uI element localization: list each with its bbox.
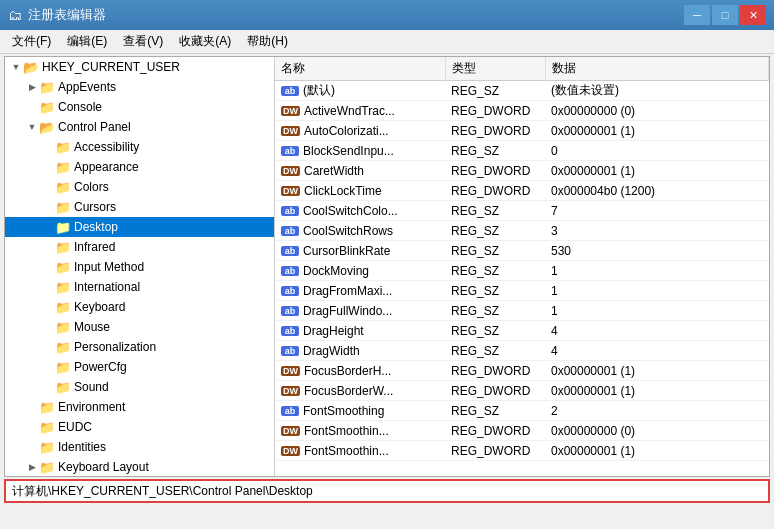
- cell-name-16: abFontSmoothing: [275, 401, 445, 421]
- expand-icon-cursors: [41, 200, 55, 214]
- col-data[interactable]: 数据: [545, 57, 769, 81]
- menu-favorites[interactable]: 收藏夹(A): [171, 31, 239, 52]
- table-panel[interactable]: 名称类型数据ab(默认)REG_SZ(数值未设置)DWActiveWndTrac…: [275, 57, 769, 476]
- cell-name-1: DWActiveWndTrac...: [275, 101, 445, 121]
- col-name[interactable]: 名称: [275, 57, 445, 81]
- table-row[interactable]: DWFocusBorderH...REG_DWORD0x00000001 (1): [275, 361, 769, 381]
- tree-item-eudc[interactable]: 📁EUDC: [5, 417, 274, 437]
- expand-icon-eudc: [25, 420, 39, 434]
- expand-icon-accessibility: [41, 140, 55, 154]
- table-row[interactable]: DWCaretWidthREG_DWORD0x00000001 (1): [275, 161, 769, 181]
- table-row[interactable]: abDragHeightREG_SZ4: [275, 321, 769, 341]
- tree-item-desktop[interactable]: 📁Desktop: [5, 217, 274, 237]
- cell-type-18: REG_DWORD: [445, 441, 545, 461]
- cell-name-4: DWCaretWidth: [275, 161, 445, 181]
- table-row[interactable]: DWActiveWndTrac...REG_DWORD0x00000000 (0…: [275, 101, 769, 121]
- tree-item-international[interactable]: 📁International: [5, 277, 274, 297]
- table-row[interactable]: DWFontSmoothin...REG_DWORD0x00000001 (1): [275, 441, 769, 461]
- menu-file[interactable]: 文件(F): [4, 31, 59, 52]
- expand-icon-controlpanel[interactable]: ▼: [25, 120, 39, 134]
- cell-type-0: REG_SZ: [445, 81, 545, 101]
- menu-help[interactable]: 帮助(H): [239, 31, 296, 52]
- table-row[interactable]: abBlockSendInpu...REG_SZ0: [275, 141, 769, 161]
- tree-label-mouse: Mouse: [74, 320, 110, 334]
- tree-item-personalization[interactable]: 📁Personalization: [5, 337, 274, 357]
- table-row[interactable]: abCursorBlinkRateREG_SZ530: [275, 241, 769, 261]
- reg-icon-2: DW: [281, 126, 300, 136]
- tree-item-keyboard[interactable]: 📁Keyboard: [5, 297, 274, 317]
- minimize-button[interactable]: ─: [684, 5, 710, 25]
- cell-name-14: DWFocusBorderH...: [275, 361, 445, 381]
- status-path: 计算机\HKEY_CURRENT_USER\Control Panel\Desk…: [12, 483, 313, 500]
- tree-label-console: Console: [58, 100, 102, 114]
- tree-item-infrared[interactable]: 📁Infrared: [5, 237, 274, 257]
- menu-edit[interactable]: 编辑(E): [59, 31, 115, 52]
- tree-item-identities[interactable]: 📁Identities: [5, 437, 274, 457]
- expand-icon-identities: [25, 440, 39, 454]
- reg-name-3: BlockSendInpu...: [303, 144, 394, 158]
- reg-icon-10: ab: [281, 286, 299, 296]
- tree-item-accessibility[interactable]: 📁Accessibility: [5, 137, 274, 157]
- table-row[interactable]: ab(默认)REG_SZ(数值未设置): [275, 81, 769, 101]
- tree-item-inputmethod[interactable]: 📁Input Method: [5, 257, 274, 277]
- tree-item-colors[interactable]: 📁Colors: [5, 177, 274, 197]
- tree-item-keyboardlayout[interactable]: ▶📁Keyboard Layout: [5, 457, 274, 476]
- tree-item-controlpanel[interactable]: ▼📂Control Panel: [5, 117, 274, 137]
- cell-name-15: DWFocusBorderW...: [275, 381, 445, 401]
- table-row[interactable]: abDragFromMaxi...REG_SZ1: [275, 281, 769, 301]
- col-type[interactable]: 类型: [445, 57, 545, 81]
- title-bar: 🗂 注册表编辑器 ─ □ ✕: [0, 0, 774, 30]
- menu-bar: 文件(F) 编辑(E) 查看(V) 收藏夹(A) 帮助(H): [0, 30, 774, 54]
- table-row[interactable]: DWFocusBorderW...REG_DWORD0x00000001 (1): [275, 381, 769, 401]
- table-row[interactable]: abFontSmoothingREG_SZ2: [275, 401, 769, 421]
- cell-name-12: abDragHeight: [275, 321, 445, 341]
- close-button[interactable]: ✕: [740, 5, 766, 25]
- cell-data-13: 4: [545, 341, 769, 361]
- menu-view[interactable]: 查看(V): [115, 31, 171, 52]
- maximize-button[interactable]: □: [712, 5, 738, 25]
- table-row[interactable]: DWFontSmoothin...REG_DWORD0x00000000 (0): [275, 421, 769, 441]
- reg-icon-1: DW: [281, 106, 300, 116]
- table-row[interactable]: abCoolSwitchColo...REG_SZ7: [275, 201, 769, 221]
- tree-item-appearance[interactable]: 📁Appearance: [5, 157, 274, 177]
- app-icon: 🗂: [8, 7, 22, 23]
- cell-name-17: DWFontSmoothin...: [275, 421, 445, 441]
- tree-label-inputmethod: Input Method: [74, 260, 144, 274]
- tree-item-hkcu[interactable]: ▼📂HKEY_CURRENT_USER: [5, 57, 274, 77]
- reg-name-15: FocusBorderW...: [304, 384, 393, 398]
- folder-icon-desktop: 📁: [55, 220, 71, 234]
- cell-type-3: REG_SZ: [445, 141, 545, 161]
- cell-name-13: abDragWidth: [275, 341, 445, 361]
- reg-name-5: ClickLockTime: [304, 184, 382, 198]
- expand-icon-appevents[interactable]: ▶: [25, 80, 39, 94]
- table-row[interactable]: abDockMovingREG_SZ1: [275, 261, 769, 281]
- tree-item-powercfg[interactable]: 📁PowerCfg: [5, 357, 274, 377]
- tree-label-controlpanel: Control Panel: [58, 120, 131, 134]
- tree-label-sound: Sound: [74, 380, 109, 394]
- cell-type-1: REG_DWORD: [445, 101, 545, 121]
- tree-item-console[interactable]: 📁Console: [5, 97, 274, 117]
- tree-label-identities: Identities: [58, 440, 106, 454]
- table-row[interactable]: abDragFullWindo...REG_SZ1: [275, 301, 769, 321]
- tree-item-sound[interactable]: 📁Sound: [5, 377, 274, 397]
- expand-icon-hkcu[interactable]: ▼: [9, 60, 23, 74]
- expand-icon-keyboardlayout[interactable]: ▶: [25, 460, 39, 474]
- expand-icon-powercfg: [41, 360, 55, 374]
- tree-item-mouse[interactable]: 📁Mouse: [5, 317, 274, 337]
- cell-type-4: REG_DWORD: [445, 161, 545, 181]
- table-row[interactable]: abDragWidthREG_SZ4: [275, 341, 769, 361]
- folder-icon-appearance: 📁: [55, 160, 71, 174]
- tree-item-cursors[interactable]: 📁Cursors: [5, 197, 274, 217]
- cell-name-3: abBlockSendInpu...: [275, 141, 445, 161]
- cell-name-5: DWClickLockTime: [275, 181, 445, 201]
- tree-panel[interactable]: ▼📂HKEY_CURRENT_USER▶📁AppEvents📁Console▼📂…: [5, 57, 275, 476]
- table-row[interactable]: DWAutoColorizati...REG_DWORD0x00000001 (…: [275, 121, 769, 141]
- reg-name-10: DragFromMaxi...: [303, 284, 392, 298]
- table-row[interactable]: abCoolSwitchRowsREG_SZ3: [275, 221, 769, 241]
- cell-data-5: 0x000004b0 (1200): [545, 181, 769, 201]
- table-row[interactable]: DWClickLockTimeREG_DWORD0x000004b0 (1200…: [275, 181, 769, 201]
- tree-item-environment[interactable]: 📁Environment: [5, 397, 274, 417]
- cell-data-6: 7: [545, 201, 769, 221]
- tree-item-appevents[interactable]: ▶📁AppEvents: [5, 77, 274, 97]
- reg-name-4: CaretWidth: [304, 164, 364, 178]
